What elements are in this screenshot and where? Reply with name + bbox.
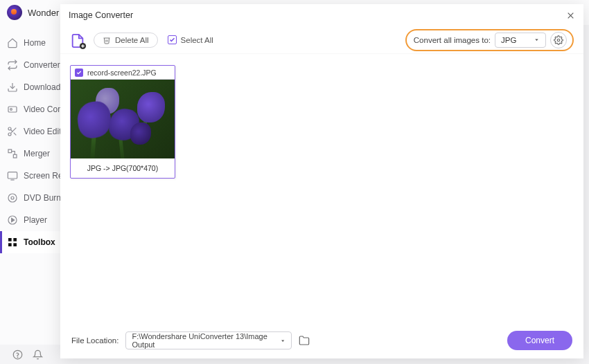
- merge-icon: [7, 148, 18, 159]
- chevron-down-icon: [280, 338, 285, 344]
- image-checkbox[interactable]: [75, 69, 83, 77]
- svg-rect-28: [13, 243, 17, 246]
- file-location-label: File Location:: [71, 336, 118, 345]
- close-modal-button[interactable]: [566, 11, 575, 20]
- sidebar-item-label: Home: [24, 38, 46, 48]
- svg-line-16: [10, 129, 12, 131]
- svg-rect-18: [13, 154, 17, 158]
- select-all-label: Select All: [181, 36, 213, 44]
- screen-icon: [7, 170, 18, 181]
- svg-point-11: [10, 109, 12, 111]
- sidebar-item-label: Video Compressor: [24, 104, 66, 114]
- sidebar-item-merger[interactable]: Merger: [0, 143, 66, 165]
- sidebar-item-label: Screen Recorder: [24, 171, 66, 181]
- chevron-down-icon: [534, 37, 540, 43]
- svg-point-13: [8, 133, 11, 136]
- image-converter-modal: Image Converter Delete All Select All Co…: [60, 4, 583, 358]
- sidebar-item-converter[interactable]: Converter: [0, 54, 66, 76]
- sidebar-item-player[interactable]: Player: [0, 209, 66, 231]
- sidebar-item-dvd-burner[interactable]: DVD Burner: [0, 187, 66, 209]
- svg-rect-27: [8, 243, 12, 246]
- svg-rect-26: [13, 238, 17, 242]
- svg-marker-38: [281, 340, 284, 341]
- convert-format-annotation: Convert all images to: JPG: [405, 29, 574, 51]
- svg-rect-25: [8, 238, 12, 242]
- converter-icon: [7, 60, 18, 71]
- open-folder-button[interactable]: [299, 335, 310, 346]
- sidebar-item-screen-recorder[interactable]: Screen Recorder: [0, 165, 66, 187]
- sidebar-item-video-compressor[interactable]: Video Compressor: [0, 98, 66, 120]
- delete-all-button[interactable]: Delete All: [94, 33, 158, 48]
- svg-point-30: [17, 356, 18, 357]
- sidebar-item-label: Player: [24, 215, 47, 225]
- image-thumbnail: [71, 80, 175, 158]
- svg-rect-10: [8, 107, 17, 112]
- download-icon: [7, 82, 18, 93]
- svg-rect-17: [8, 149, 12, 153]
- image-conversion-info: JPG -> JPG(700*470): [71, 158, 175, 178]
- sidebar-item-video-editor[interactable]: Video Editor: [0, 120, 66, 143]
- disc-icon: [7, 192, 18, 203]
- sidebar-item-toolbox[interactable]: Toolbox: [0, 231, 66, 253]
- convert-all-label: Convert all images to:: [414, 36, 491, 44]
- svg-marker-36: [535, 39, 538, 41]
- modal-titlebar: Image Converter: [60, 4, 583, 26]
- app-title: Wonder: [28, 8, 59, 18]
- home-icon: [7, 37, 18, 48]
- app-logo: [7, 5, 22, 20]
- play-icon: [7, 215, 18, 226]
- compress-icon: [7, 104, 18, 115]
- app-bottombar: [0, 345, 66, 364]
- checkbox-icon: [168, 35, 177, 44]
- file-location-path: F:\Wondershare UniConverter 13\Image Out…: [132, 332, 280, 349]
- sidebar-item-label: DVD Burner: [24, 193, 66, 203]
- add-images-button[interactable]: [70, 33, 84, 47]
- convert-button-label: Convert: [525, 336, 554, 345]
- sidebar-item-label: Video Editor: [24, 127, 66, 136]
- sidebar-item-label: Merger: [24, 149, 50, 158]
- svg-point-21: [8, 194, 17, 202]
- image-filename: record-screen22.JPG: [87, 69, 157, 77]
- svg-rect-19: [8, 172, 17, 179]
- toolbar: Delete All Select All Convert all images…: [60, 26, 583, 54]
- sidebar-item-label: Downloader: [24, 82, 66, 92]
- toolbar-right: Convert all images to: JPG: [405, 29, 574, 51]
- image-canvas: record-screen22.JPG JPG -> JPG(700*470): [60, 54, 583, 322]
- delete-all-label: Delete All: [115, 36, 149, 44]
- format-selected: JPG: [501, 36, 516, 44]
- bell-icon[interactable]: [33, 349, 43, 360]
- modal-footer: File Location: F:\Wondershare UniConvert…: [60, 322, 583, 358]
- format-dropdown[interactable]: JPG: [495, 33, 546, 48]
- svg-point-22: [11, 197, 14, 199]
- scissors-icon: [7, 126, 18, 137]
- svg-marker-24: [12, 218, 15, 221]
- svg-line-15: [14, 133, 17, 136]
- sidebar-item-label: Converter: [24, 60, 60, 70]
- modal-title: Image Converter: [69, 10, 133, 20]
- svg-point-12: [8, 127, 11, 130]
- grid-icon: [7, 237, 18, 248]
- sidebar-item-downloader[interactable]: Downloader: [0, 76, 66, 98]
- image-card-header: record-screen22.JPG: [71, 66, 175, 80]
- file-location-dropdown[interactable]: F:\Wondershare UniConverter 13\Image Out…: [125, 331, 292, 349]
- select-all-checkbox[interactable]: Select All: [168, 35, 213, 44]
- sidebar: Home Converter Downloader Video Compress…: [0, 25, 66, 345]
- sidebar-item-label: Toolbox: [24, 237, 55, 247]
- svg-point-37: [557, 39, 560, 42]
- format-settings-button[interactable]: [550, 32, 567, 48]
- image-card[interactable]: record-screen22.JPG JPG -> JPG(700*470): [70, 65, 175, 179]
- sidebar-item-home[interactable]: Home: [0, 32, 66, 54]
- help-icon[interactable]: [12, 349, 23, 360]
- convert-button[interactable]: Convert: [507, 331, 572, 350]
